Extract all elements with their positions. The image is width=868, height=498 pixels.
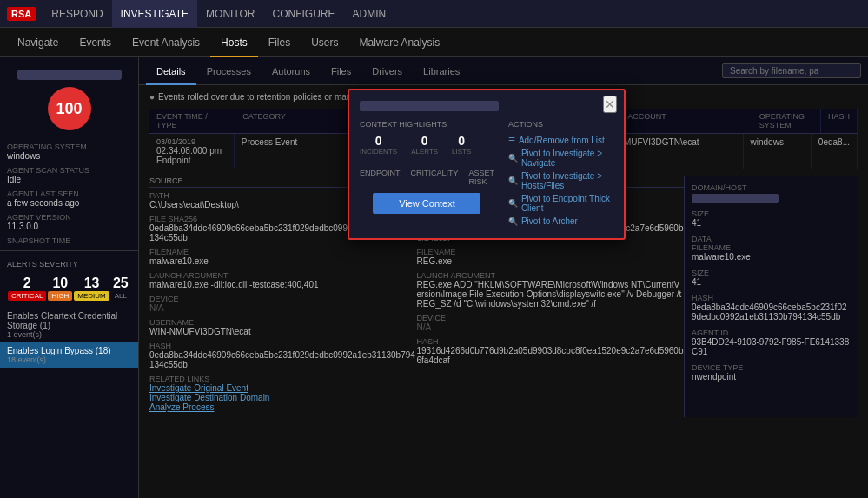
popup-incidents-label: INCIDENTS <box>360 148 397 156</box>
rsa-logo: RSA <box>7 7 36 21</box>
event-os: windows <box>744 134 812 169</box>
popup-lists-count: 0 <box>458 134 465 148</box>
popup-actions-title: ACTIONS <box>508 120 613 129</box>
alerts-severity-title: ALERTS SEVERITY <box>0 256 138 272</box>
nav-respond[interactable]: RESPOND <box>43 0 111 28</box>
agent-id-label: AGENT ID <box>692 329 851 337</box>
popup-actions: ACTIONS ☰ Add/Remove from List 🔍 Pivot t… <box>508 120 613 228</box>
alert-item-0[interactable]: Enables Cleartext Credential Storage (1)… <box>0 308 138 342</box>
source-filename-value: malware10.exe <box>149 256 417 266</box>
search-icon-3: 🔍 <box>508 199 518 208</box>
popup-action-1[interactable]: ☰ Add/Remove from List <box>508 134 613 147</box>
alert-item-1-sub: 18 event(s) <box>7 355 131 364</box>
context-popup: ✕ CONTEXT HIGHLIGHTS 0 INCIDENTS 0 ALERT… <box>348 89 626 240</box>
right-panel: DOMAIN/HOST SIZE 41 DATA FILENAME malwar… <box>684 176 858 417</box>
popup-view-context-button[interactable]: View Context <box>373 193 480 214</box>
col-hdr-hash: HASH <box>821 109 858 133</box>
source-launch-arg-label: LAUNCH ARGUMENT <box>149 271 417 280</box>
sec-nav-malware-analysis[interactable]: Malware Analysis <box>348 28 450 57</box>
sev-high-count: 10 <box>52 276 68 291</box>
nav-configure[interactable]: CONFIGURE <box>264 0 344 28</box>
data-hash-value: 0eda8ba34ddc46909c66ceba5bc231f029dedbc0… <box>692 302 851 322</box>
target-filename-label: FILENAME <box>417 248 685 256</box>
os-value: windows <box>7 151 131 161</box>
tab-details[interactable]: Details <box>146 57 196 85</box>
target-device-value: N/A <box>417 322 685 332</box>
source-link2[interactable]: Investigate Destination Domain <box>149 393 417 402</box>
popup-action-5[interactable]: 🔍 Pivot to Archer <box>508 215 613 228</box>
sev-medium-count: 13 <box>84 276 100 291</box>
sec-nav-event-analysis[interactable]: Event Analysis <box>122 28 210 57</box>
source-username-value: WIN-NMUFVI3DGTN\ecat <box>149 327 417 336</box>
nav-monitor[interactable]: MONITOR <box>197 0 263 28</box>
source-device-value: N/A <box>149 303 417 313</box>
source-link3[interactable]: Analyze Process <box>149 402 417 412</box>
popup-criticality-label: CRITICALITY <box>411 169 459 186</box>
popup-lists-label: LISTS <box>452 148 471 156</box>
source-filename-label: FILENAME <box>149 248 417 256</box>
sec-nav-events[interactable]: Events <box>69 28 122 57</box>
sev-all-label: ALL <box>111 291 130 301</box>
popup-action-4[interactable]: 🔍 Pivot to Endpoint Thick Client <box>508 192 613 215</box>
tab-processes[interactable]: Processes <box>196 57 262 85</box>
popup-action-2[interactable]: 🔍 Pivot to Investigate > Navigate <box>508 147 613 169</box>
tab-drivers[interactable]: Drivers <box>361 57 413 85</box>
source-username-label: USERNAME <box>149 318 417 327</box>
sec-nav-users[interactable]: Users <box>301 28 348 57</box>
alert-item-1[interactable]: Enables Login Bypass (18) 18 event(s) <box>0 342 138 368</box>
popup-action-2-label: Pivot to Investigate > Navigate <box>521 149 613 168</box>
popup-highlights-title: CONTEXT HIGHLIGHTS <box>360 120 494 129</box>
sev-high: 10 HIGH <box>48 276 72 301</box>
nav-investigate[interactable]: INVESTIGATE <box>112 0 197 28</box>
size-label: SIZE <box>692 209 851 218</box>
tab-libraries[interactable]: Libraries <box>413 57 470 85</box>
popup-lists: 0 LISTS <box>452 134 471 156</box>
tab-files[interactable]: Files <box>321 57 361 85</box>
col-hdr-action: EVENT TIME / TYPE <box>149 109 235 133</box>
sec-nav-files[interactable]: Files <box>258 28 301 57</box>
tab-autoruns[interactable]: Autoruns <box>262 57 321 85</box>
target-filename-value: REG.exe <box>417 256 685 266</box>
event-time-type: 03/01/2019 02:34:08.000 pm Endpoint <box>149 134 235 169</box>
host-header: 100 <box>0 64 138 143</box>
popup-content: CONTEXT HIGHLIGHTS 0 INCIDENTS 0 ALERTS … <box>360 120 613 228</box>
agent-id-value: 93B4DD24-9103-9792-F985-FE6141338C91 <box>692 337 851 356</box>
data-size-label: SIZE <box>692 269 851 277</box>
popup-close-button[interactable]: ✕ <box>603 96 617 113</box>
popup-stats-row: 0 INCIDENTS 0 ALERTS 0 LISTS <box>360 134 494 156</box>
sidebar: 100 OPERATING SYSTEM windows AGENT SCAN … <box>0 57 139 498</box>
target-hash-value: 19316d4266d0b776d9b2a05d9903d8cbc8f0ea15… <box>417 346 685 365</box>
source-link1[interactable]: Investigate Original Event <box>149 383 417 393</box>
agent-last-seen-value: a few seconds ago <box>7 198 131 208</box>
host-info: OPERATING SYSTEM windows AGENT SCAN STAT… <box>0 143 138 245</box>
target-launch-arg-label: LAUNCH ARGUMENT <box>417 271 685 280</box>
source-hash-value: 0eda8ba34ddc46909c66ceba5bc231f029dedbc0… <box>149 350 417 369</box>
search-input[interactable] <box>722 63 861 78</box>
sec-nav-navigate[interactable]: Navigate <box>7 28 69 57</box>
sev-medium: 13 MEDIUM <box>74 276 109 301</box>
popup-action-3-label: Pivot to Investigate > Hosts/Files <box>521 171 613 190</box>
popup-action-3[interactable]: 🔍 Pivot to Investigate > Hosts/Files <box>508 169 613 192</box>
popup-action-1-label: Add/Remove from List <box>519 136 605 145</box>
host-score-badge: 100 <box>48 87 91 130</box>
event-type: Endpoint <box>156 156 227 165</box>
popup-incidents-count: 0 <box>375 134 382 148</box>
source-hash-label: HASH <box>149 342 417 350</box>
popup-action-5-label: Pivot to Archer <box>521 216 578 226</box>
sec-nav-hosts[interactable]: Hosts <box>210 28 258 57</box>
agent-status-value: Idle <box>7 175 131 184</box>
target-device-label: DEVICE <box>417 314 685 322</box>
nav-admin[interactable]: ADMIN <box>344 0 395 28</box>
agent-version-label: AGENT VERSION <box>7 213 131 222</box>
popup-action-4-label: Pivot to Endpoint Thick Client <box>521 194 613 213</box>
sev-critical: 2 CRITICAL <box>8 276 46 301</box>
device-type-label: DEVICE TYPE <box>692 363 851 372</box>
source-related-links-label: RELATED LINKS <box>149 375 417 383</box>
list-icon: ☰ <box>508 136 515 145</box>
top-nav: RSA RESPOND INVESTIGATE MONITOR CONFIGUR… <box>0 0 868 28</box>
source-launch-arg-value: malware10.exe -dll:ioc.dll -testcase:400… <box>149 280 417 289</box>
alert-item-1-name: Enables Login Bypass (18) <box>7 346 131 355</box>
target-hash-label: HASH <box>417 337 685 346</box>
agent-last-seen-label: AGENT LAST SEEN <box>7 189 131 198</box>
data-size-value: 41 <box>692 277 851 287</box>
